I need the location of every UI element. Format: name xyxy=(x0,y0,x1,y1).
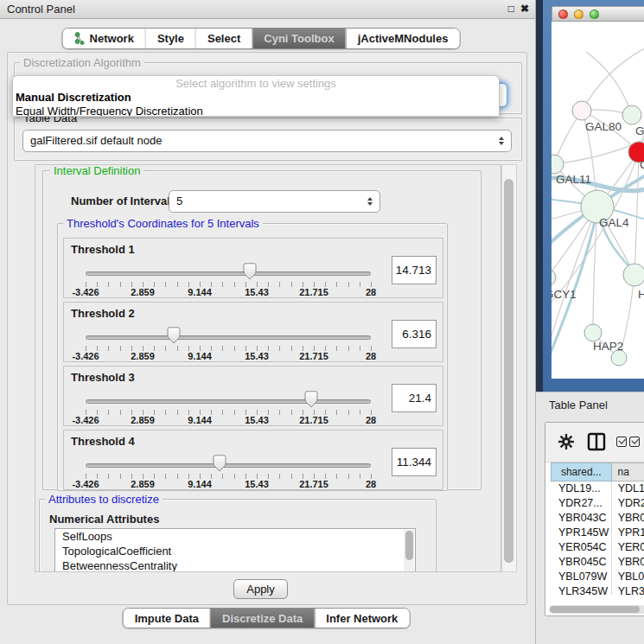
list-scrollbar[interactable] xyxy=(404,530,414,572)
table-hscrollbar-thumb[interactable] xyxy=(550,606,640,613)
node-label: GCY1 xyxy=(552,288,577,301)
table-row[interactable]: YPR145WYPR1 xyxy=(551,526,644,540)
number-of-intervals-label: Number of Intervals xyxy=(71,190,176,213)
table-row[interactable]: YBR045CYBR0 xyxy=(551,555,644,570)
split-columns-icon[interactable] xyxy=(587,432,606,451)
network-node[interactable] xyxy=(584,324,602,341)
tick-label: 28 xyxy=(366,287,376,297)
checkbox-icon[interactable] xyxy=(616,437,627,447)
tab-discretize-data[interactable]: Discretize Data xyxy=(210,609,314,628)
network-graph: GAL80GACGAL11GAL4GCY1HHAP2 xyxy=(552,22,644,379)
table-panel: Table Panel shared... xyxy=(536,392,644,644)
table-toolbar xyxy=(545,423,644,462)
list-scrollbar-thumb[interactable] xyxy=(405,531,413,560)
threshold-value-field[interactable]: 14.713 xyxy=(392,256,437,284)
cell-shared-name: YDR27... xyxy=(551,496,612,511)
slider-thumb-icon xyxy=(304,391,318,408)
threshold-panel-4: Threshold 4-3.4262.8599.14415.4321.71528… xyxy=(63,430,443,490)
network-node[interactable] xyxy=(623,264,644,286)
threshold-value-field[interactable]: 11.344 xyxy=(392,448,437,476)
slider-thumb[interactable] xyxy=(304,391,318,408)
tick-label: 15.43 xyxy=(245,479,269,489)
settings-viewport: Interval Definition Number of Intervals … xyxy=(35,164,501,572)
threshold-value-field[interactable]: 6.316 xyxy=(392,320,437,348)
attribute-list-item[interactable]: TopologicalCoefficient xyxy=(55,544,415,558)
network-view-window: GAL80GACGAL11GAL4GCY1HHAP2 xyxy=(543,0,644,392)
checkbox-icon[interactable] xyxy=(629,437,640,447)
tab-infer-network[interactable]: Infer Network xyxy=(314,609,409,628)
tab-select[interactable]: Select xyxy=(195,29,252,48)
tick-label: 9.144 xyxy=(188,351,212,361)
table-horizontal-scrollbar[interactable] xyxy=(549,605,644,614)
node-label: GAL80 xyxy=(585,120,622,133)
dropdown-option-manual-discretization[interactable]: Manual Discretization xyxy=(13,91,499,105)
tick-label: 2.859 xyxy=(131,479,155,489)
cell-shared-name: YBR043C xyxy=(551,511,612,526)
table-data-combobox[interactable]: galFiltered.sif default node xyxy=(22,130,512,152)
column-header-shared-name[interactable]: shared... xyxy=(551,462,612,481)
slider-ticks xyxy=(86,346,372,351)
slider-track[interactable] xyxy=(86,335,371,340)
desktop-background xyxy=(536,0,543,392)
settings-scrollbar[interactable] xyxy=(501,164,517,572)
tick-label: 21.715 xyxy=(299,479,328,489)
minimize-traffic-light-icon[interactable] xyxy=(574,10,583,19)
close-traffic-light-icon[interactable] xyxy=(558,10,568,19)
apply-button[interactable]: Apply xyxy=(233,579,288,599)
node-table: shared... na YDL19...YDL1YDR27...YDR2YBR… xyxy=(551,462,644,605)
threshold-label: Threshold 4 xyxy=(71,435,135,448)
slider-thumb[interactable] xyxy=(167,327,181,344)
network-window-titlebar[interactable] xyxy=(552,6,644,22)
close-icon[interactable]: ✖ xyxy=(520,3,529,15)
tab-cyni-toolbox[interactable]: Cyni Toolbox xyxy=(252,29,345,48)
table-row[interactable]: YER054CYER0 xyxy=(551,540,644,555)
network-node[interactable] xyxy=(622,105,641,124)
gear-icon[interactable] xyxy=(558,433,575,450)
table-row[interactable]: YDL19...YDL1 xyxy=(551,481,644,496)
algorithm-placeholder: Select algorithm to view settings xyxy=(13,76,499,91)
slider-track[interactable] xyxy=(86,399,371,404)
slider-thumb[interactable] xyxy=(243,263,257,280)
zoom-traffic-light-icon[interactable] xyxy=(590,10,599,19)
table-row[interactable]: YLR345WYLR3 xyxy=(551,584,644,595)
table-row[interactable]: YBL079WYBL0 xyxy=(551,570,644,584)
tick-label: -3.426 xyxy=(72,351,99,361)
network-canvas[interactable]: GAL80GACGAL11GAL4GCY1HHAP2 xyxy=(552,22,644,379)
tab-label: Select xyxy=(207,32,240,45)
tick-label: 21.715 xyxy=(299,415,328,425)
network-node[interactable] xyxy=(552,269,556,286)
tab-impute-data[interactable]: Impute Data xyxy=(124,609,210,628)
settings-scrollbar-thumb[interactable] xyxy=(504,179,513,563)
top-tabs: NetworkStyleSelectCyni ToolboxjActiveMNo… xyxy=(62,28,461,49)
cell-shared-name: YPR145W xyxy=(551,526,612,540)
float-window-icon[interactable]: □ xyxy=(508,3,514,15)
dropdown-option-equal-width-frequency-discretization[interactable]: Equal Width/Frequency Discretization xyxy=(13,105,499,118)
network-node[interactable] xyxy=(552,155,564,174)
network-node[interactable] xyxy=(572,101,591,120)
tick-label: 9.144 xyxy=(188,287,212,297)
table-row[interactable]: YDR27...YDR2 xyxy=(551,496,644,511)
threshold-panel-2: Threshold 2-3.4262.8599.14415.4321.71528… xyxy=(63,302,443,362)
tick-label: 21.715 xyxy=(299,351,328,361)
tick-label: 9.144 xyxy=(188,415,212,425)
table-row[interactable]: YBR043CYBR0 xyxy=(551,511,644,526)
threshold-value-field[interactable]: 21.4 xyxy=(392,384,437,412)
control-panel-titlebar: Control Panel □ ✖ xyxy=(0,0,535,19)
tab-jactivemnodules[interactable]: jActiveMNodules xyxy=(346,29,460,48)
interval-definition-group: Interval Definition Number of Intervals … xyxy=(42,170,481,490)
threshold-label: Threshold 3 xyxy=(71,371,135,384)
node-label: HAP2 xyxy=(593,340,623,353)
slider-thumb[interactable] xyxy=(213,455,226,472)
node-label: GAL11 xyxy=(556,173,591,186)
number-of-intervals-combobox[interactable]: 5 xyxy=(169,190,380,213)
column-header-name[interactable]: na xyxy=(612,462,644,481)
tab-network[interactable]: Network xyxy=(63,29,145,48)
slider-track[interactable] xyxy=(86,271,371,276)
table-panel-card: shared... na YDL19...YDL1YDR27...YDR2YBR… xyxy=(545,422,644,616)
combo-arrows-icon xyxy=(499,137,504,145)
attribute-list-item[interactable]: SelfLoops xyxy=(55,529,415,544)
tab-style[interactable]: Style xyxy=(145,29,195,48)
attribute-list-item[interactable]: BetweennessCentrality xyxy=(55,558,415,572)
cell-name: YDR2 xyxy=(612,496,644,511)
slider-track[interactable] xyxy=(86,463,371,468)
